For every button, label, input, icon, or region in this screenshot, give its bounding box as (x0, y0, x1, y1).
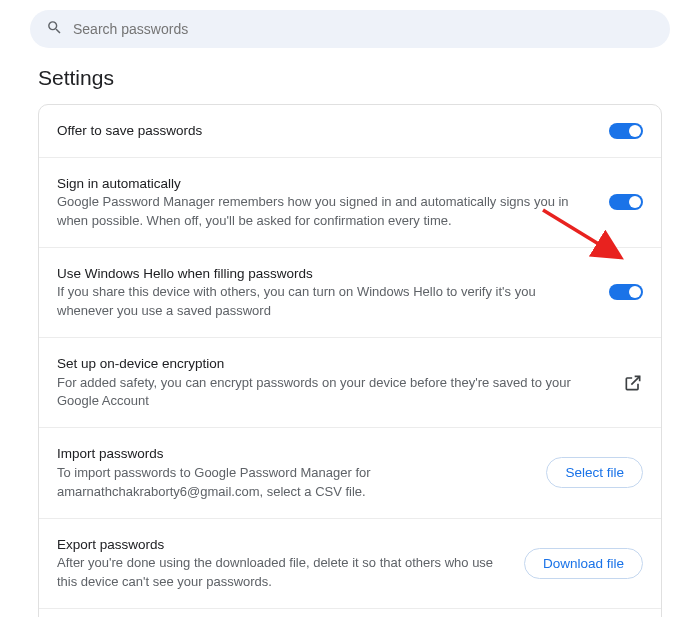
windows-hello-toggle[interactable] (609, 284, 643, 300)
row-shortcut[interactable]: Add shortcut To get here quicker, add a … (39, 609, 661, 617)
auto-signin-desc: Google Password Manager remembers how yo… (57, 193, 595, 231)
encryption-title: Set up on-device encryption (57, 354, 609, 374)
auto-signin-toggle[interactable] (609, 194, 643, 210)
export-desc: After you're done using the downloaded f… (57, 554, 510, 592)
windows-hello-desc: If you share this device with others, yo… (57, 283, 595, 321)
row-windows-hello: Use Windows Hello when filling passwords… (39, 248, 661, 338)
offer-save-toggle[interactable] (609, 123, 643, 139)
windows-hello-title: Use Windows Hello when filling passwords (57, 264, 595, 284)
row-auto-signin: Sign in automatically Google Password Ma… (39, 158, 661, 248)
settings-card: Offer to save passwords Sign in automati… (38, 104, 662, 617)
external-link-icon[interactable] (623, 373, 643, 393)
export-title: Export passwords (57, 535, 510, 555)
auto-signin-title: Sign in automatically (57, 174, 595, 194)
import-title: Import passwords (57, 444, 532, 464)
download-file-button[interactable]: Download file (524, 548, 643, 579)
offer-save-title: Offer to save passwords (57, 121, 595, 141)
page-title: Settings (38, 66, 700, 90)
row-encryption[interactable]: Set up on-device encryption For added sa… (39, 338, 661, 428)
search-bar[interactable] (30, 10, 670, 48)
row-offer-save: Offer to save passwords (39, 105, 661, 158)
search-icon (46, 19, 63, 40)
import-desc: To import passwords to Google Password M… (57, 464, 532, 502)
select-file-button[interactable]: Select file (546, 457, 643, 488)
encryption-desc: For added safety, you can encrypt passwo… (57, 374, 609, 412)
row-export: Export passwords After you're done using… (39, 519, 661, 609)
search-input[interactable] (73, 21, 654, 37)
row-import: Import passwords To import passwords to … (39, 428, 661, 518)
